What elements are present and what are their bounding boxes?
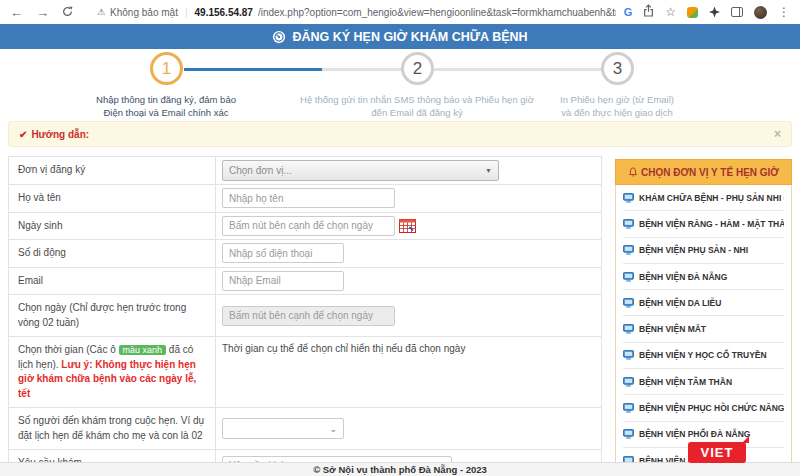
facility-name: BỆNH VIỆN Y HỌC CỔ TRUYỀN — [639, 350, 767, 360]
step-3-line2: và đến thực hiện giao dịch — [512, 106, 722, 119]
bell-icon — [628, 167, 638, 178]
check-icon: ✔ — [19, 129, 27, 140]
refresh-icon[interactable] — [62, 6, 73, 19]
facility-list-item[interactable]: BỆNH VIỆN PHỤC HỒI CHỨC NĂNG — [623, 395, 784, 421]
google-icon[interactable]: G — [624, 6, 633, 18]
facility-list-item[interactable]: BỆNH VIỆN ĐÀ NẴNG — [623, 264, 784, 290]
browser-action-icons: G ☆ ⋮ — [624, 3, 790, 21]
browser-toolbar: ← → ⚠ Không bảo mật | 49.156.54.87/index… — [0, 0, 800, 24]
form-row-ho-ten: Họ và tên — [9, 185, 601, 213]
url-path: /index.php?option=com_hengio&view=hengio… — [258, 7, 616, 18]
form-row-so-di-dong: Số di động — [9, 240, 601, 268]
phone-input[interactable] — [222, 243, 344, 263]
step-3-circle: 3 — [601, 52, 634, 85]
facility-list-item[interactable]: BỆNH VIỆN RĂNG - HÀM - MẶT THÀNH PHỐ — [623, 211, 784, 237]
page-header: ĐĂNG KÝ HẸN GIỜ KHÁM CHỮA BỆNH — [0, 24, 800, 49]
thoi-gian-hint: Thời gian cụ thể để chọn chỉ hiển thị nế… — [222, 343, 465, 354]
email-label: Email — [9, 268, 216, 295]
facility-name: BỆNH VIỆN PHỤC HỒI CHỨC NĂNG — [639, 403, 784, 413]
alert-label: Hướng dẫn: — [31, 129, 89, 140]
facility-name: BỆNH VIỆN TÂM THẦN — [639, 377, 732, 387]
facility-list-item[interactable]: KHÁM CHỮA BỆNH - PHỤ SẢN NHI CS2 — [623, 185, 784, 211]
ho-ten-input[interactable] — [222, 188, 395, 208]
form-row-chon-ngay: Chọn ngày (Chỉ được hẹn trước trong vòng… — [9, 295, 601, 337]
sidebar-title: CHỌN ĐƠN VỊ Y TẾ HẸN GIỜ — [641, 167, 779, 178]
step-2-circle: 2 — [401, 52, 434, 85]
don-vi-select-value: Chọn đơn vị... — [229, 165, 292, 176]
facility-name: BỆNH VIỆN PHỔI ĐÀ NẴNG — [639, 429, 750, 439]
email-input[interactable] — [222, 271, 344, 291]
chevron-down-icon: ▼ — [485, 167, 492, 174]
form-row-ngay-sinh: Ngày sinh — [9, 213, 601, 241]
alert-text: ✔ Hướng dẫn: — [19, 129, 89, 140]
so-di-dong-label: Số di động — [9, 240, 216, 267]
so-nguoi-select[interactable]: ⌄ — [222, 418, 344, 439]
instructions-alert: ✔ Hướng dẫn: × — [8, 121, 792, 147]
security-label: Không bảo mật — [110, 7, 178, 18]
facility-list: KHÁM CHỮA BỆNH - PHỤ SẢN NHI CS2 BỆNH VI… — [615, 185, 792, 475]
facility-name: BỆNH VIỆN MẮT — [639, 324, 706, 334]
chon-thoi-gian-label: Chọn thời gian (Các ô màu xanh đã có lịc… — [9, 337, 216, 407]
close-icon[interactable]: × — [774, 127, 781, 141]
page-footer: © Sở Nội vụ thành phố Đà Nẵng - 2023 — [0, 462, 800, 476]
monitor-icon — [623, 245, 634, 255]
form-row-chon-thoi-gian: Chọn thời gian (Các ô màu xanh đã có lịc… — [9, 337, 601, 408]
facility-list-item[interactable]: BỆNH VIỆN Y HỌC CỔ TRUYỀN — [623, 343, 784, 369]
forward-icon[interactable]: → — [36, 6, 49, 19]
chevron-down-icon: ⌄ — [329, 424, 337, 434]
ngay-sinh-input[interactable] — [222, 216, 395, 236]
monitor-icon — [623, 219, 634, 229]
so-nguoi-label: Số người đến khám trong cuộc hẹn. Ví dụ … — [9, 408, 216, 449]
step-1-line2: Điện thoại và Email chính xác — [58, 106, 274, 119]
not-secure-icon: ⚠ — [97, 7, 105, 17]
progress-line-2 — [434, 68, 602, 71]
facility-name: BỆNH VIỆN RĂNG - HÀM - MẶT THÀNH PHỐ — [639, 219, 784, 229]
extension-icon-orange[interactable] — [687, 7, 698, 18]
step-3-line1: In Phiếu hẹn giờ (từ Email) — [512, 93, 722, 106]
facility-list-item[interactable]: BỆNH VIỆN PHỤ SẢN - NHI — [623, 238, 784, 264]
monitor-icon — [623, 377, 634, 387]
mau-xanh-badge: màu xanh — [119, 345, 167, 355]
don-vi-select[interactable]: Chọn đơn vị... ▼ — [222, 160, 499, 181]
profile-avatar[interactable] — [754, 6, 767, 19]
facility-list-item[interactable]: BỆNH VIỆN MẮT — [623, 316, 784, 342]
step-1-line1: Nhập thông tin đăng ký, đảm bảo — [58, 93, 274, 106]
monitor-icon — [623, 324, 634, 334]
form-row-email: Email — [9, 268, 601, 296]
main-content: Đơn vị đăng ký Chọn đơn vị... ▼ Họ và tê… — [8, 156, 792, 476]
browser-nav-group: ← → — [10, 6, 73, 19]
chon-ngay-input[interactable] — [222, 306, 395, 326]
bookmark-star-icon[interactable]: ☆ — [665, 5, 676, 19]
monitor-icon — [623, 298, 634, 308]
address-bar[interactable]: ⚠ Không bảo mật | 49.156.54.87/index.php… — [97, 7, 616, 18]
monitor-icon — [623, 429, 634, 439]
facility-name: KHÁM CHỮA BỆNH - PHỤ SẢN NHI CS2 — [639, 193, 784, 203]
thoi-gian-text-prefix: Chọn thời gian (Các ô — [18, 344, 116, 355]
extension-icon-star[interactable] — [709, 7, 720, 18]
progress-line-1 — [322, 68, 404, 71]
ngay-sinh-label: Ngày sinh — [9, 213, 216, 240]
share-icon[interactable] — [643, 3, 654, 21]
facility-name: BỆNH VIỆN ĐÀ NẴNG — [639, 272, 727, 282]
sidebar-header: CHỌN ĐƠN VỊ Y TẾ HẸN GIỜ — [615, 159, 792, 185]
facility-name: BỆNH VIỆN DA LIỄU — [639, 298, 721, 308]
side-panel-icon[interactable] — [731, 7, 743, 17]
booking-form: Đơn vị đăng ký Chọn đơn vị... ▼ Họ và tê… — [8, 156, 602, 476]
progress-line-active — [184, 68, 322, 71]
browser-menu-icon[interactable]: ⋮ — [778, 5, 790, 19]
monitor-icon — [623, 403, 634, 413]
viet-watermark: VIET — [688, 442, 746, 463]
monitor-icon — [623, 272, 634, 282]
ho-ten-label: Họ và tên — [9, 185, 216, 212]
page-title: ĐĂNG KÝ HẸN GIỜ KHÁM CHỮA BỆNH — [292, 30, 527, 44]
facility-name: BỆNH VIỆN PHỤ SẢN - NHI — [639, 245, 748, 255]
back-icon[interactable]: ← — [10, 6, 23, 19]
facility-list-item[interactable]: BỆNH VIỆN DA LIỄU — [623, 290, 784, 316]
stepper: 1 2 3 Nhập thông tin đăng ký, đảm bảo Đi… — [0, 49, 800, 116]
facility-list-item[interactable]: BỆNH VIỆN TÂM THẦN — [623, 369, 784, 395]
luu-y-bold: Lưu ý: — [61, 359, 92, 370]
form-row-so-nguoi: Số người đến khám trong cuộc hẹn. Ví dụ … — [9, 408, 601, 450]
don-vi-label: Đơn vị đăng ký — [9, 157, 216, 184]
gauge-icon — [272, 30, 286, 44]
calendar-icon[interactable] — [399, 218, 416, 233]
